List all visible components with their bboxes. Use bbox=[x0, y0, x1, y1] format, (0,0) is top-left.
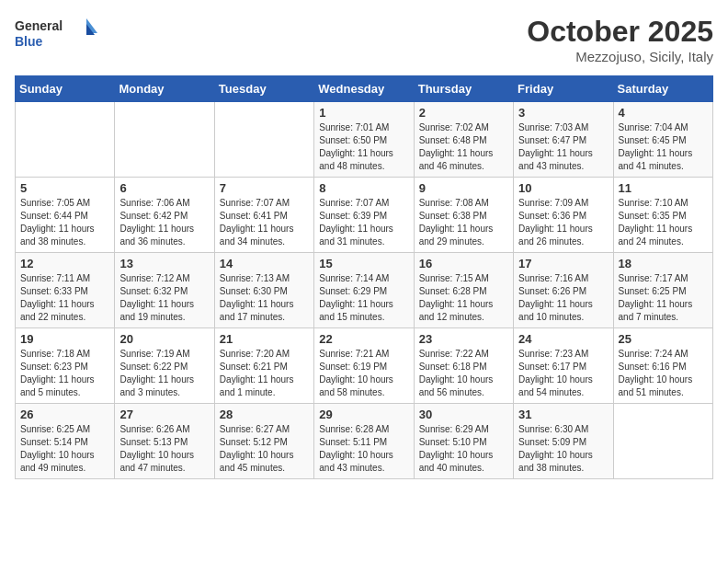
weekday-header-wednesday: Wednesday bbox=[314, 76, 414, 102]
logo: General Blue bbox=[15, 15, 97, 52]
day-cell bbox=[16, 102, 115, 178]
day-info: Sunrise: 7:07 AM Sunset: 6:39 PM Dayligh… bbox=[319, 197, 408, 248]
day-cell: 28Sunrise: 6:27 AM Sunset: 5:12 PM Dayli… bbox=[214, 404, 313, 479]
day-number: 8 bbox=[319, 181, 408, 195]
day-cell: 25Sunrise: 7:24 AM Sunset: 6:16 PM Dayli… bbox=[613, 328, 712, 404]
week-row-4: 19Sunrise: 7:18 AM Sunset: 6:23 PM Dayli… bbox=[16, 328, 713, 404]
day-info: Sunrise: 7:04 AM Sunset: 6:45 PM Dayligh… bbox=[619, 121, 708, 173]
day-number: 2 bbox=[419, 106, 508, 120]
day-cell: 14Sunrise: 7:13 AM Sunset: 6:30 PM Dayli… bbox=[214, 253, 313, 328]
day-number: 18 bbox=[619, 257, 708, 270]
day-info: Sunrise: 7:12 AM Sunset: 6:32 PM Dayligh… bbox=[119, 272, 209, 324]
day-number: 4 bbox=[619, 106, 708, 120]
day-cell: 1Sunrise: 7:01 AM Sunset: 6:50 PM Daylig… bbox=[314, 102, 414, 178]
day-number: 30 bbox=[419, 408, 508, 421]
week-row-1: 1Sunrise: 7:01 AM Sunset: 6:50 PM Daylig… bbox=[16, 102, 713, 178]
day-number: 25 bbox=[619, 332, 708, 346]
weekday-header-thursday: Thursday bbox=[414, 76, 513, 102]
day-info: Sunrise: 7:02 AM Sunset: 6:48 PM Dayligh… bbox=[419, 121, 508, 173]
day-cell: 18Sunrise: 7:17 AM Sunset: 6:25 PM Dayli… bbox=[613, 253, 712, 328]
day-info: Sunrise: 7:18 AM Sunset: 6:23 PM Dayligh… bbox=[20, 348, 109, 399]
day-info: Sunrise: 6:29 AM Sunset: 5:10 PM Dayligh… bbox=[419, 423, 508, 475]
day-number: 11 bbox=[619, 181, 708, 195]
day-cell: 2Sunrise: 7:02 AM Sunset: 6:48 PM Daylig… bbox=[414, 102, 513, 178]
weekday-header-friday: Friday bbox=[514, 76, 613, 102]
day-number: 6 bbox=[119, 181, 209, 195]
day-info: Sunrise: 7:14 AM Sunset: 6:29 PM Dayligh… bbox=[319, 272, 408, 324]
day-info: Sunrise: 7:15 AM Sunset: 6:28 PM Dayligh… bbox=[419, 272, 508, 324]
day-cell: 27Sunrise: 6:26 AM Sunset: 5:13 PM Dayli… bbox=[115, 404, 214, 479]
day-number: 17 bbox=[518, 257, 608, 270]
day-number: 13 bbox=[119, 257, 209, 270]
day-cell: 24Sunrise: 7:23 AM Sunset: 6:17 PM Dayli… bbox=[514, 328, 613, 404]
day-cell: 19Sunrise: 7:18 AM Sunset: 6:23 PM Dayli… bbox=[16, 328, 115, 404]
day-info: Sunrise: 7:08 AM Sunset: 6:38 PM Dayligh… bbox=[419, 197, 508, 248]
day-cell: 23Sunrise: 7:22 AM Sunset: 6:18 PM Dayli… bbox=[414, 328, 513, 404]
day-number: 19 bbox=[20, 332, 109, 346]
day-cell: 21Sunrise: 7:20 AM Sunset: 6:21 PM Dayli… bbox=[214, 328, 313, 404]
day-cell: 11Sunrise: 7:10 AM Sunset: 6:35 PM Dayli… bbox=[613, 178, 712, 253]
day-info: Sunrise: 7:11 AM Sunset: 6:33 PM Dayligh… bbox=[20, 272, 109, 324]
day-cell: 7Sunrise: 7:07 AM Sunset: 6:41 PM Daylig… bbox=[214, 178, 313, 253]
day-number: 26 bbox=[20, 408, 109, 421]
day-number: 28 bbox=[220, 408, 309, 421]
page-header: General Blue October 2025 Mezzojuso, Sic… bbox=[15, 15, 713, 64]
week-row-5: 26Sunrise: 6:25 AM Sunset: 5:14 PM Dayli… bbox=[16, 404, 713, 479]
day-cell: 8Sunrise: 7:07 AM Sunset: 6:39 PM Daylig… bbox=[314, 178, 414, 253]
day-cell: 22Sunrise: 7:21 AM Sunset: 6:19 PM Dayli… bbox=[314, 328, 414, 404]
day-info: Sunrise: 7:09 AM Sunset: 6:36 PM Dayligh… bbox=[518, 197, 608, 248]
day-cell: 9Sunrise: 7:08 AM Sunset: 6:38 PM Daylig… bbox=[414, 178, 513, 253]
day-info: Sunrise: 7:22 AM Sunset: 6:18 PM Dayligh… bbox=[419, 348, 508, 399]
weekday-header-tuesday: Tuesday bbox=[214, 76, 313, 102]
day-cell: 3Sunrise: 7:03 AM Sunset: 6:47 PM Daylig… bbox=[514, 102, 613, 178]
day-cell bbox=[115, 102, 214, 178]
day-cell: 16Sunrise: 7:15 AM Sunset: 6:28 PM Dayli… bbox=[414, 253, 513, 328]
day-cell: 20Sunrise: 7:19 AM Sunset: 6:22 PM Dayli… bbox=[115, 328, 214, 404]
day-cell bbox=[214, 102, 313, 178]
day-info: Sunrise: 7:21 AM Sunset: 6:19 PM Dayligh… bbox=[319, 348, 408, 399]
day-number: 7 bbox=[220, 181, 309, 195]
day-number: 16 bbox=[419, 257, 508, 270]
day-info: Sunrise: 7:05 AM Sunset: 6:44 PM Dayligh… bbox=[20, 197, 109, 248]
day-info: Sunrise: 7:03 AM Sunset: 6:47 PM Dayligh… bbox=[518, 121, 608, 173]
day-cell: 15Sunrise: 7:14 AM Sunset: 6:29 PM Dayli… bbox=[314, 253, 414, 328]
day-info: Sunrise: 6:25 AM Sunset: 5:14 PM Dayligh… bbox=[20, 423, 109, 475]
day-number: 21 bbox=[220, 332, 309, 346]
svg-text:General: General bbox=[15, 18, 63, 33]
day-cell: 12Sunrise: 7:11 AM Sunset: 6:33 PM Dayli… bbox=[16, 253, 115, 328]
day-number: 12 bbox=[20, 257, 109, 270]
weekday-header-monday: Monday bbox=[115, 76, 214, 102]
day-info: Sunrise: 7:24 AM Sunset: 6:16 PM Dayligh… bbox=[619, 348, 708, 399]
day-number: 20 bbox=[119, 332, 209, 346]
day-info: Sunrise: 7:13 AM Sunset: 6:30 PM Dayligh… bbox=[220, 272, 309, 324]
day-info: Sunrise: 6:27 AM Sunset: 5:12 PM Dayligh… bbox=[220, 423, 309, 475]
svg-text:Blue: Blue bbox=[15, 34, 43, 49]
day-number: 24 bbox=[518, 332, 608, 346]
day-info: Sunrise: 6:28 AM Sunset: 5:11 PM Dayligh… bbox=[319, 423, 408, 475]
calendar-subtitle: Mezzojuso, Sicily, Italy bbox=[527, 49, 713, 64]
day-cell: 10Sunrise: 7:09 AM Sunset: 6:36 PM Dayli… bbox=[514, 178, 613, 253]
day-info: Sunrise: 7:01 AM Sunset: 6:50 PM Dayligh… bbox=[319, 121, 408, 173]
weekday-header-row: SundayMondayTuesdayWednesdayThursdayFrid… bbox=[16, 76, 713, 102]
day-cell: 4Sunrise: 7:04 AM Sunset: 6:45 PM Daylig… bbox=[613, 102, 712, 178]
day-number: 14 bbox=[220, 257, 309, 270]
day-info: Sunrise: 7:19 AM Sunset: 6:22 PM Dayligh… bbox=[119, 348, 209, 399]
day-number: 10 bbox=[518, 181, 608, 195]
calendar-table: SundayMondayTuesdayWednesdayThursdayFrid… bbox=[15, 75, 713, 479]
day-info: Sunrise: 6:30 AM Sunset: 5:09 PM Dayligh… bbox=[518, 423, 608, 475]
weekday-header-saturday: Saturday bbox=[613, 76, 712, 102]
logo-svg: General Blue bbox=[15, 15, 97, 52]
day-info: Sunrise: 7:10 AM Sunset: 6:35 PM Dayligh… bbox=[619, 197, 708, 248]
day-info: Sunrise: 7:06 AM Sunset: 6:42 PM Dayligh… bbox=[119, 197, 209, 248]
day-info: Sunrise: 7:20 AM Sunset: 6:21 PM Dayligh… bbox=[220, 348, 309, 399]
day-cell: 31Sunrise: 6:30 AM Sunset: 5:09 PM Dayli… bbox=[514, 404, 613, 479]
day-number: 5 bbox=[20, 181, 109, 195]
day-number: 27 bbox=[119, 408, 209, 421]
day-number: 31 bbox=[518, 408, 608, 421]
day-cell: 17Sunrise: 7:16 AM Sunset: 6:26 PM Dayli… bbox=[514, 253, 613, 328]
day-number: 3 bbox=[518, 106, 608, 120]
calendar-title: October 2025 bbox=[527, 15, 713, 49]
day-cell: 5Sunrise: 7:05 AM Sunset: 6:44 PM Daylig… bbox=[16, 178, 115, 253]
day-cell: 26Sunrise: 6:25 AM Sunset: 5:14 PM Dayli… bbox=[16, 404, 115, 479]
day-info: Sunrise: 6:26 AM Sunset: 5:13 PM Dayligh… bbox=[119, 423, 209, 475]
